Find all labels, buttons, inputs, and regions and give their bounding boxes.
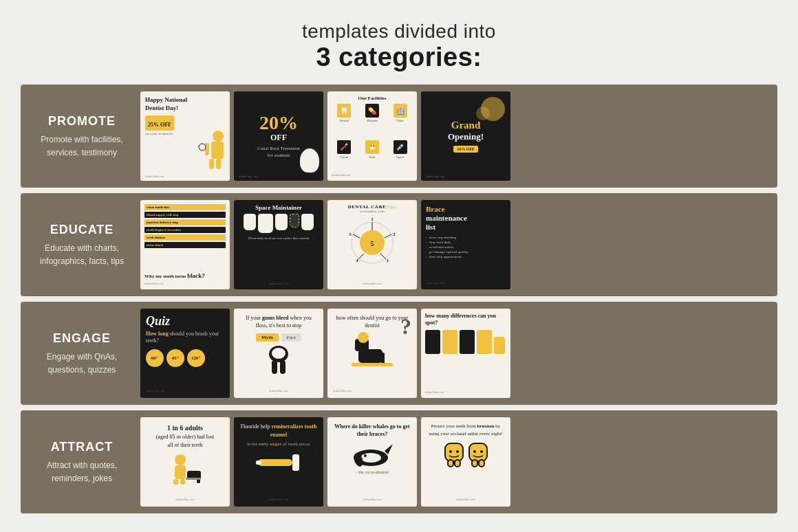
facility-icon-1: 🦷Dental bbox=[332, 104, 357, 137]
item-2 bbox=[442, 330, 457, 354]
svg-rect-4 bbox=[205, 143, 209, 155]
svg-rect-44 bbox=[445, 443, 463, 461]
engage-c3-qmark: ? bbox=[400, 314, 411, 340]
tooth-icon-left bbox=[444, 442, 464, 468]
educate-title: EDUCATE bbox=[30, 223, 133, 237]
educate-row: EDUCATE Educate with charts, infographic… bbox=[21, 193, 777, 296]
svg-rect-21 bbox=[280, 360, 285, 374]
svg-point-48 bbox=[456, 450, 459, 453]
attract-c3-answer: - the orca-dontist bbox=[356, 469, 389, 475]
attract-label: ATTRACT Attract with quotes, reminders, … bbox=[30, 440, 133, 485]
svg-rect-29 bbox=[175, 465, 186, 479]
engage-c4-footer: dentistclinic.com bbox=[425, 390, 506, 394]
svg-line-15 bbox=[385, 234, 391, 238]
svg-text:5: 5 bbox=[349, 232, 352, 237]
tooth-2 bbox=[258, 214, 273, 233]
attract-c3-whale-icon bbox=[350, 441, 395, 469]
educate-card-3[interactable]: DENTAL CARETips for healthier teeth 5 1 … bbox=[327, 200, 417, 289]
attract-card-1[interactable]: 1 in 6 adults (aged 65 or older) had los… bbox=[140, 417, 230, 507]
quiz-opt-2[interactable]: 45" bbox=[166, 349, 184, 367]
svg-text:2: 2 bbox=[393, 232, 396, 237]
list-bar-6: turns black bbox=[144, 242, 226, 248]
promote-c2-off: OFF bbox=[270, 133, 287, 143]
attract-card-2[interactable]: Fluoride help remineralizes tooth enamel… bbox=[234, 417, 323, 507]
svg-rect-2 bbox=[209, 159, 214, 169]
educate-c2-teeth bbox=[244, 214, 314, 233]
engage-c4-question: how many differences can you spot? bbox=[425, 313, 506, 327]
svg-rect-31 bbox=[180, 479, 185, 485]
engage-card-1[interactable]: Quiz How long should you brush your teet… bbox=[140, 309, 230, 398]
attract-templates: 1 in 6 adults (aged 65 or older) had los… bbox=[140, 417, 768, 507]
list-bar-4: tooth begin to necrotize bbox=[144, 227, 226, 233]
attract-c2-footer: dentistclinic.com bbox=[269, 498, 288, 501]
promote-card-4[interactable]: Grand Opening! 10% OFF dentistclinic.com bbox=[421, 91, 510, 181]
attract-card-3[interactable]: Where do killer whales go to get their b… bbox=[327, 417, 417, 507]
promote-card-2[interactable]: 20% OFF Canal Root Treatmentfor students… bbox=[234, 91, 323, 181]
quiz-opt-3[interactable]: 120" bbox=[187, 349, 205, 367]
promote-c2-pct: 20% bbox=[259, 113, 298, 133]
promote-row: PROMOTE Promote with facilities, service… bbox=[21, 85, 777, 188]
svg-rect-1 bbox=[211, 142, 224, 159]
promote-c4-badge: 10% OFF bbox=[453, 146, 478, 153]
list-bar-2: blood supply will stop bbox=[144, 212, 226, 218]
educate-card-2[interactable]: Space Maintainer When baby teeth are los… bbox=[234, 200, 323, 289]
educate-c4-footer: dentistclinic.com bbox=[426, 281, 506, 285]
svg-line-17 bbox=[358, 254, 364, 259]
svg-rect-51 bbox=[479, 460, 484, 467]
attract-c4-footer: dentistclinic.com bbox=[456, 498, 475, 501]
brace-item-2: − floss teeth daily bbox=[426, 241, 506, 244]
promote-c3-grid: 🦷Dental 💊Pharma 🏥Clinic 🪥Clean 😷Safe 💉In… bbox=[332, 104, 413, 173]
attract-c4-text: Protect your teeth from bruxism by using… bbox=[427, 423, 505, 437]
engage-card-2[interactable]: If your gums bleed when you floss, it's … bbox=[234, 309, 323, 398]
engage-c1-options: 60" 45" 120" bbox=[146, 349, 224, 367]
tooth-gap bbox=[290, 214, 299, 228]
educate-card-4[interactable]: Bracemaintenancelist − never stop brushi… bbox=[421, 200, 510, 289]
engage-card-3[interactable]: how often should you go to your dentist … bbox=[327, 309, 417, 398]
svg-rect-50 bbox=[472, 460, 477, 467]
svg-point-42 bbox=[364, 454, 367, 457]
svg-point-22 bbox=[272, 348, 285, 359]
svg-rect-3 bbox=[216, 159, 221, 169]
engage-card-4[interactable]: how many differences can you spot? denti… bbox=[421, 309, 510, 398]
fact-button[interactable]: Fact bbox=[281, 333, 301, 342]
promote-label: PROMOTE Promote with facilities, service… bbox=[30, 114, 133, 159]
tooth-1 bbox=[244, 214, 256, 230]
engage-c4-items bbox=[425, 330, 506, 354]
engage-c1-question: How long should you brush your teeth? bbox=[146, 331, 224, 345]
svg-line-18 bbox=[353, 234, 360, 238]
educate-c3-title: DENTAL CARETips bbox=[348, 204, 396, 210]
educate-c1-footer: dentistclinic.com bbox=[144, 282, 226, 285]
promote-card-1[interactable]: Happy National Dentist Day! 25% OFF for … bbox=[140, 91, 230, 181]
item-4 bbox=[477, 330, 492, 354]
promote-c1-headline: Happy National Dentist Day! bbox=[145, 96, 193, 112]
facility-icon-5: 😷Safe bbox=[360, 140, 385, 174]
svg-rect-37 bbox=[256, 461, 261, 465]
svg-rect-26 bbox=[352, 363, 393, 366]
promote-card-3[interactable]: Our Facilities 🦷Dental 💊Pharma 🏥Clinic 🪥… bbox=[327, 91, 417, 181]
myth-button[interactable]: Myth bbox=[256, 333, 278, 342]
svg-point-28 bbox=[175, 454, 186, 465]
header-section: templates divided into 3 categories: bbox=[0, 0, 798, 85]
brace-item-5: − don't skip appointments bbox=[426, 255, 506, 258]
item-1 bbox=[425, 330, 440, 354]
svg-rect-46 bbox=[455, 460, 460, 467]
tooth-icon-right bbox=[468, 442, 488, 468]
engage-c1-footer: dentistclinic.com bbox=[146, 389, 224, 392]
engage-c2-tooth-icon bbox=[265, 344, 292, 378]
educate-c2-title: Space Maintainer bbox=[255, 204, 302, 211]
educate-label: EDUCATE Educate with charts, infographic… bbox=[30, 223, 133, 267]
attract-row: ATTRACT Attract with quotes, reminders, … bbox=[21, 410, 777, 513]
svg-text:1: 1 bbox=[371, 217, 374, 222]
svg-rect-20 bbox=[272, 360, 277, 374]
list-bar-3: nutrient delivery stop bbox=[144, 219, 226, 225]
educate-card-1[interactable]: when tooth dies blood supply will stop n… bbox=[140, 200, 230, 289]
svg-rect-49 bbox=[469, 443, 487, 461]
svg-text:5: 5 bbox=[371, 240, 374, 247]
main-content: PROMOTE Promote with facilities, service… bbox=[0, 85, 798, 513]
attract-c3-question: Where do killer whales go to get their b… bbox=[333, 423, 411, 438]
attract-card-4[interactable]: Protect your teeth from bruxism by using… bbox=[421, 417, 510, 507]
engage-title: ENGAGE bbox=[30, 331, 133, 346]
quiz-opt-1[interactable]: 60" bbox=[146, 349, 164, 367]
educate-c4-title: Bracemaintenancelist bbox=[426, 205, 506, 232]
engage-row: ENGAGE Engage with QnAs, questions, quiz… bbox=[21, 302, 777, 405]
